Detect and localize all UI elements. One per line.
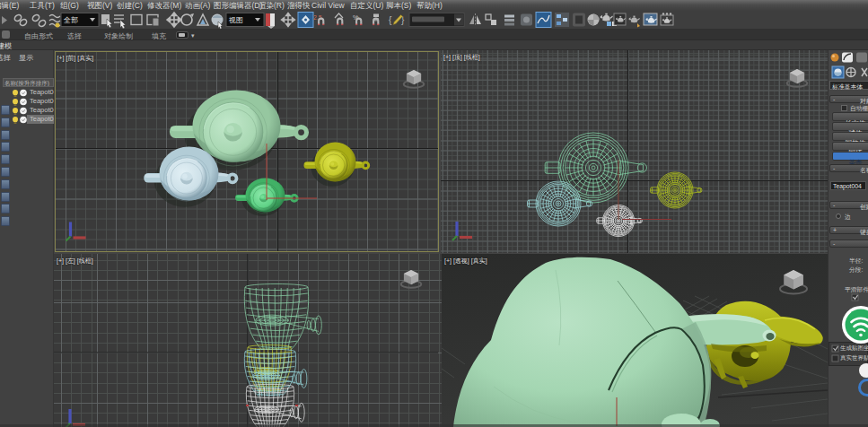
svg-text:全部: 全部 — [64, 16, 78, 24]
svg-text:{: { — [389, 15, 392, 25]
svg-text:2.5: 2.5 — [313, 14, 322, 21]
svg-text:视图: 视图 — [228, 16, 243, 24]
